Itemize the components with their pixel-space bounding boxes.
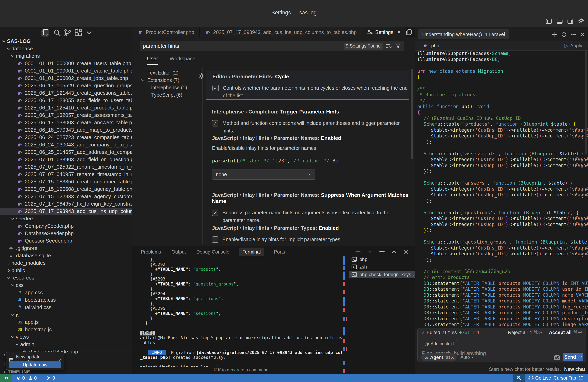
tree-item[interactable]: 2025_06_17_105529_create_question_groups…	[0, 82, 132, 89]
accept-all-button[interactable]: Accept all⌘↩	[549, 330, 582, 335]
tree-item[interactable]: 2025_07_07_025322_rename_timestamp_in_us…	[0, 163, 132, 171]
tree-item[interactable]: 2025_06_24_030048_add_company_id_to_user…	[0, 141, 132, 149]
tree-item[interactable]: 2025_06_17_132057_create_assessments_tab…	[0, 112, 132, 119]
tree-item[interactable]: #app.css	[0, 289, 132, 296]
toggle-right-sidebar-icon[interactable]	[567, 18, 574, 24]
attach-image-icon[interactable]	[554, 355, 560, 361]
tree-item[interactable]: 2025_07_15_083356_create_customer_table.…	[0, 178, 132, 185]
tree-item[interactable]: 2025_06_17_123055_add_fields_to_users_ta…	[0, 97, 132, 104]
panel-tab-problems[interactable]: Problems	[140, 248, 162, 256]
tree-item[interactable]: JSbootstrap.js	[0, 326, 132, 333]
scope-tab-user[interactable]: User	[147, 56, 158, 65]
tree-item[interactable]: 2025_07_17_084357_fix_foreign_key_constr…	[0, 200, 132, 208]
maximize-panel-icon[interactable]	[391, 249, 397, 255]
tree-folder-admin[interactable]: admin	[0, 341, 132, 348]
new-chat-link[interactable]: New chat	[564, 366, 585, 372]
tree-item[interactable]: #bootstrap.css	[0, 296, 132, 304]
explorer-icon[interactable]	[41, 29, 49, 37]
add-context-chip[interactable]: @ Add context	[421, 340, 457, 348]
tree-item[interactable]: 0001_01_01_000002_create_jobs_table.php	[0, 75, 132, 82]
toc-intelephense[interactable]: intelephense (1)	[132, 84, 202, 91]
notifications-bell-icon[interactable]	[578, 374, 583, 382]
terminal-instance-php[interactable]: php	[349, 256, 415, 263]
tree-item[interactable]: ◈.gitignore	[0, 245, 132, 252]
tree-item[interactable]: 0001_01_01_000001_create_cache_table.php	[0, 67, 132, 75]
terminal-instance-php[interactable]: php check_foreign_keys…	[349, 271, 415, 278]
tree-folder-public[interactable]: public	[0, 267, 132, 274]
extensions-icon[interactable]	[74, 29, 83, 37]
panel-tab-terminal[interactable]: Terminal	[239, 248, 264, 256]
setting-checkbox[interactable]	[212, 236, 218, 243]
editor-tab-Settings[interactable]: Settings×	[362, 27, 406, 37]
terminal-instance-zsh[interactable]: zsh	[349, 263, 415, 271]
tree-item[interactable]: CompanySeeder.php	[0, 222, 132, 230]
new-terminal-icon[interactable]	[355, 249, 361, 255]
tree-item[interactable]: 2025_07_15_122833_create_agency_customer…	[0, 193, 132, 200]
new-chat-icon[interactable]	[552, 32, 558, 38]
edited-files-bar[interactable]: Edited 21 files +751 -111 Reject all⇧⌘⊗ …	[418, 328, 586, 337]
terminal-dropdown-icon[interactable]	[367, 249, 373, 255]
code-scrollbar[interactable]	[585, 51, 587, 154]
toc-text[interactable]: Text Editor (2)	[132, 69, 202, 76]
setting-select[interactable]: none	[212, 169, 315, 180]
source-control-icon[interactable]	[63, 29, 72, 37]
settings-search-input[interactable]: parameter hints 9 Settings Found	[140, 41, 404, 51]
send-button[interactable]: Send↩	[563, 353, 583, 362]
tree-folder-css[interactable]: css	[0, 282, 132, 289]
tree-item[interactable]: 2025_06_24_025723_create_companies_table…	[0, 134, 132, 141]
toc-extensions[interactable]: Extensions (7)	[132, 76, 202, 84]
setting-checkbox[interactable]: ✓	[212, 120, 218, 126]
tree-item[interactable]: 2025_06_18_070343_add_image_to_products_…	[0, 126, 132, 134]
tree-item[interactable]: 2025_07_17_093943_add_cus_ins_udp_column…	[0, 208, 132, 215]
toc-typescript[interactable]: TypeScript (6)	[132, 91, 202, 99]
chat-code-block[interactable]: Illuminate\Support\Facades\Schema;Illumi…	[415, 51, 588, 327]
tree-item[interactable]: ≡database.sqlite	[0, 252, 132, 259]
setting-checkbox[interactable]: ✓	[212, 210, 218, 216]
tree-item[interactable]: 2025_06_17_133003_create_answers_table.p…	[0, 119, 132, 126]
panel-tab-ports[interactable]: Ports	[273, 248, 286, 256]
tree-folder-seeders[interactable]: seeders	[0, 215, 132, 222]
history-icon[interactable]	[561, 32, 567, 38]
tree-folder-SAS-LOG[interactable]: SAS-LOG	[0, 38, 132, 45]
problems-status[interactable]: ⊘0 ⚠0	[17, 374, 37, 382]
setting-edit-gear-icon[interactable]	[198, 73, 205, 79]
filter-funnel-icon[interactable]	[395, 43, 401, 49]
tree-folder-js[interactable]: js	[0, 311, 132, 319]
terminal-output[interactable]: }, {#5292 +"TABLE_NAME": "products", }, …	[140, 257, 342, 367]
zoom-status[interactable]	[513, 374, 525, 382]
model-selector[interactable]: Auto	[461, 355, 473, 360]
tree-item[interactable]: 2025_07_01_033903_add_field_on_question.…	[0, 156, 132, 163]
tree-item[interactable]: 0001_01_01_000000_create_users_table.php	[0, 60, 132, 67]
search-icon[interactable]	[53, 29, 61, 37]
tree-folder-views[interactable]: views	[0, 333, 132, 341]
toggle-left-sidebar-icon[interactable]	[545, 18, 552, 24]
reject-all-button[interactable]: Reject all⇧⌘⊗	[508, 330, 542, 335]
ports-status[interactable]: 0	[46, 374, 55, 382]
setting-checkbox[interactable]: ✓	[212, 85, 219, 91]
tree-item[interactable]: 2025_07_15_120608_create_agency_table.ph…	[0, 185, 132, 193]
tree-item[interactable]: QuestionSeeder.php	[0, 237, 132, 245]
close-chat-icon[interactable]	[579, 32, 585, 38]
toggle-panel-icon[interactable]	[556, 18, 563, 24]
settings-scrollbar[interactable]	[411, 69, 413, 159]
tree-item[interactable]: 2025_06_25_014657_add_address_to_compani…	[0, 149, 132, 156]
close-panel-icon[interactable]	[403, 249, 409, 255]
update-now-button[interactable]: Update now	[9, 362, 61, 368]
remote-indicator[interactable]: ><	[0, 374, 12, 382]
copy-editor-icon[interactable]	[406, 29, 412, 35]
editor-tab-2025_07_17_093943_add_cus_ins_udp_columns_to_tables.php[interactable]: 2025_07_17_093943_add_cus_ins_udp_column…	[200, 27, 362, 37]
tree-folder-migrations[interactable]: migrations	[0, 52, 132, 60]
tree-item[interactable]: #tailwind.css	[0, 304, 132, 311]
cursor-tab-status[interactable]: Cursor Tab	[554, 374, 576, 382]
tree-folder-database[interactable]: database	[0, 45, 132, 52]
settings-gear-icon[interactable]	[578, 18, 585, 24]
more-options-icon[interactable]	[570, 32, 576, 38]
tree-folder-node_modules[interactable]: node_modules	[0, 259, 132, 267]
chat-tab[interactable]: Understanding whereHas() in Laravel	[418, 29, 509, 39]
panel-tab-output[interactable]: Output	[171, 248, 187, 256]
agent-mode-selector[interactable]: ∞ Agent ⌘I	[421, 353, 457, 362]
go-live-button[interactable]: Go Live	[528, 374, 551, 382]
more-actions-icon[interactable]	[379, 249, 385, 255]
close-tab-icon[interactable]: ×	[397, 29, 400, 35]
chevron-down-icon[interactable]	[85, 29, 93, 37]
